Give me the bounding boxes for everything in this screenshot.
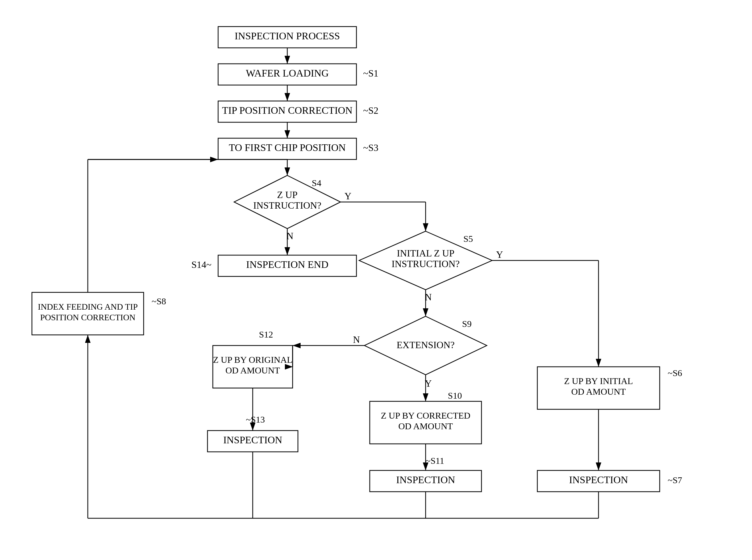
first-chip-position-label: TO FIRST CHIP POSITION xyxy=(229,142,346,153)
z-up-instruction-line1: Z UP xyxy=(277,189,297,200)
z-up-original-line1: Z UP BY ORIGINAL xyxy=(213,355,293,365)
s14-label: S14~ xyxy=(192,259,212,270)
z-up-initial-line1: Z UP BY INITIAL xyxy=(564,376,633,386)
wafer-loading-label: WAFER LOADING xyxy=(246,67,329,79)
y-label-s4: Y xyxy=(345,191,351,201)
s8-label: ~S8 xyxy=(152,296,166,306)
s9-label: S9 xyxy=(462,319,471,329)
s13-label: ~S13 xyxy=(246,415,265,424)
initial-z-up-line1: INITIAL Z UP xyxy=(397,248,455,259)
z-up-instruction-line2: INSTRUCTION? xyxy=(253,200,321,211)
initial-z-up-line2: INSTRUCTION? xyxy=(391,259,460,269)
flowchart-diagram: INSPECTION PROCESS WAFER LOADING ~S1 TIP… xyxy=(0,0,752,560)
s12-label: S12 xyxy=(259,329,273,339)
z-up-initial-line2: OD AMOUNT xyxy=(572,387,626,397)
s6-label: ~S6 xyxy=(668,368,682,378)
index-feeding-line2: POSITION CORRECTION xyxy=(40,313,135,322)
extension-label: EXTENSION? xyxy=(397,340,455,350)
inspection-process-label: INSPECTION PROCESS xyxy=(235,30,340,41)
inspection-s13-label: INSPECTION xyxy=(223,434,282,445)
inspection-s11-label: INSPECTION xyxy=(396,474,455,485)
inspection-end-label: INSPECTION END xyxy=(246,259,328,270)
s3-label: ~S3 xyxy=(363,142,379,153)
index-feeding-line1: INDEX FEEDING AND TIP xyxy=(38,302,137,312)
s10-label: S10 xyxy=(448,391,462,401)
n-label-s9: N xyxy=(353,334,360,345)
s4-label: S4 xyxy=(312,178,321,188)
s7-label: ~S7 xyxy=(668,475,682,485)
s1-label: ~S1 xyxy=(363,68,379,79)
z-up-corrected-line1: Z UP BY CORRECTED xyxy=(381,411,470,420)
z-up-original-line2: OD AMOUNT xyxy=(226,365,280,375)
tip-position-correction-label: TIP POSITION CORRECTION xyxy=(222,105,353,116)
s5-label: S5 xyxy=(463,234,473,244)
inspection-s7-label: INSPECTION xyxy=(569,474,628,485)
s2-label: ~S2 xyxy=(363,105,379,116)
z-up-corrected-line2: OD AMOUNT xyxy=(399,421,453,431)
s11-label: ~S11 xyxy=(426,456,444,466)
y-label-s5: Y xyxy=(496,249,503,260)
